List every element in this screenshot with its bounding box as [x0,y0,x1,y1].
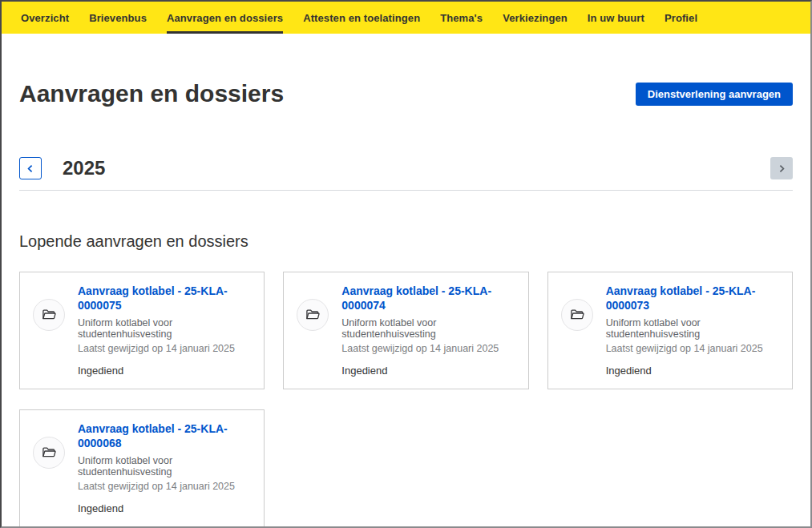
nav-item-brievenbus[interactable]: Brievenbus [89,2,147,34]
card-text: Aanvraag kotlabel - 25-KLA-0000073 Unifo… [606,284,779,377]
dossier-card-grid: Aanvraag kotlabel - 25-KLA-0000075 Unifo… [19,272,793,527]
previous-year-button[interactable] [19,157,42,179]
dossier-subtitle: Uniform kotlabel voor studentenhuisvesti… [606,317,779,340]
current-year-label: 2025 [63,157,105,179]
dossier-card[interactable]: Aanvraag kotlabel - 25-KLA-0000073 Unifo… [547,272,793,389]
dossier-last-modified: Laatst gewijzigd op 14 januari 2025 [606,343,779,354]
chevron-right-icon [778,164,786,173]
dossier-card[interactable]: Aanvraag kotlabel - 25-KLA-0000068 Unifo… [19,409,265,527]
nav-item-overzicht[interactable]: Overzicht [21,2,69,34]
dossier-status: Ingediend [341,365,515,377]
nav-item-themas[interactable]: Thema's [440,2,483,34]
open-folder-icon [33,437,65,469]
dossier-status: Ingediend [606,365,779,377]
dossier-status: Ingediend [78,502,251,514]
chevron-left-icon [26,164,34,173]
year-divider [19,190,793,191]
nav-item-in-uw-buurt[interactable]: In uw buurt [588,2,644,34]
page-header: Aanvragen en dossiers Dienstverlening aa… [19,80,793,107]
request-service-button[interactable]: Dienstverlening aanvragen [636,83,793,106]
dossier-subtitle: Uniform kotlabel voor studentenhuisvesti… [78,317,251,340]
nav-item-profiel[interactable]: Profiel [665,2,697,34]
open-folder-icon [297,299,329,331]
card-text: Aanvraag kotlabel - 25-KLA-0000074 Unifo… [341,284,515,377]
nav-item-verkiezingen[interactable]: Verkiezingen [503,2,568,34]
nav-item-attesten-en-toelatingen[interactable]: Attesten en toelatingen [303,2,420,34]
card-text: Aanvraag kotlabel - 25-KLA-0000075 Unifo… [78,284,251,377]
card-text: Aanvraag kotlabel - 25-KLA-0000068 Unifo… [78,422,251,514]
section-title: Lopende aanvragen en dossiers [19,232,793,251]
dossier-card[interactable]: Aanvraag kotlabel - 25-KLA-0000074 Unifo… [283,272,528,389]
dossier-last-modified: Laatst gewijzigd op 14 januari 2025 [78,343,251,354]
year-navigation: 2025 [19,157,793,179]
dossier-title-link[interactable]: Aanvraag kotlabel - 25-KLA-0000068 [78,422,251,450]
nav-item-aanvragen-en-dossiers[interactable]: Aanvragen en dossiers [167,2,283,34]
next-year-button[interactable] [770,157,793,179]
dossier-title-link[interactable]: Aanvraag kotlabel - 25-KLA-0000074 [341,284,515,312]
top-navbar: Overzicht Brievenbus Aanvragen en dossie… [2,2,810,34]
dossier-last-modified: Laatst gewijzigd op 14 januari 2025 [78,481,251,492]
dossier-subtitle: Uniform kotlabel voor studentenhuisvesti… [341,317,515,340]
dossier-title-link[interactable]: Aanvraag kotlabel - 25-KLA-0000075 [78,284,251,312]
dossier-subtitle: Uniform kotlabel voor studentenhuisvesti… [78,455,251,478]
dossier-last-modified: Laatst gewijzigd op 14 januari 2025 [341,343,515,354]
main-content: Aanvragen en dossiers Dienstverlening aa… [2,80,810,528]
open-folder-icon [561,299,593,331]
page-title: Aanvragen en dossiers [19,80,284,107]
dossier-status: Ingediend [78,365,251,377]
dossier-title-link[interactable]: Aanvraag kotlabel - 25-KLA-0000073 [606,284,779,312]
open-folder-icon [33,299,65,331]
dossier-card[interactable]: Aanvraag kotlabel - 25-KLA-0000075 Unifo… [19,272,265,389]
